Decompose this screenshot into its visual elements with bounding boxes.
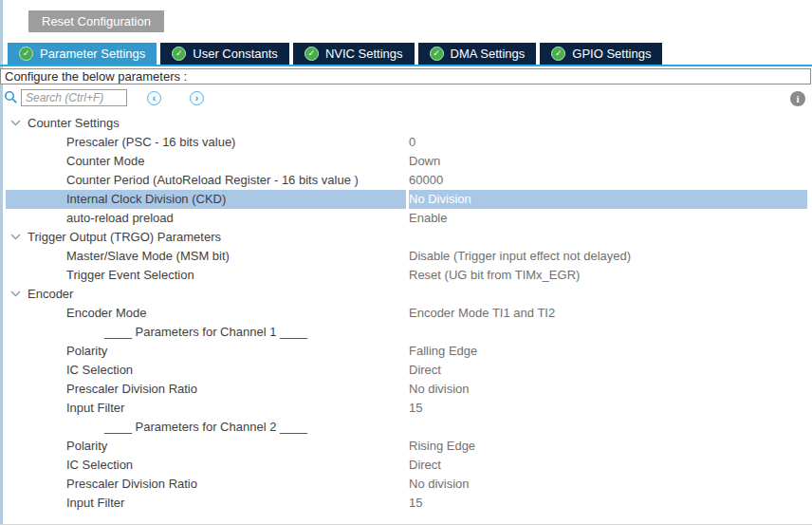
check-circle-icon: ✓ [430,47,444,61]
tree-param-row[interactable]: Input Filter15 [0,399,812,418]
tree-param-row[interactable]: Master/Slave Mode (MSM bit)Disable (Trig… [0,247,812,266]
tree-param-row[interactable]: IC SelectionDirect [0,456,812,475]
param-value[interactable]: No division [409,380,807,399]
chevron-down-icon [10,291,21,297]
tree-param-row[interactable]: Counter Period (AutoReload Register - 16… [0,171,812,190]
chevron-right-icon: › [195,91,198,105]
tree-param-row[interactable]: PolarityFalling Edge [0,342,812,361]
tab-label: DMA Settings [451,47,526,61]
tree-separator-row[interactable]: ____ Parameters for Channel 1 ____ [0,323,812,342]
param-value[interactable]: Down [409,152,807,171]
param-value[interactable]: Falling Edge [409,342,807,361]
param-value[interactable]: Reset (UG bit from TIMx_EGR) [409,266,807,285]
param-value[interactable]: 15 [409,399,807,418]
tree-param-row[interactable]: Counter ModeDown [0,152,812,171]
tab-label: NVIC Settings [325,47,403,61]
param-label-cell: Encoder Mode [6,304,406,323]
param-label: Encoder Mode [6,304,147,323]
tree-param-row[interactable]: Prescaler (PSC - 16 bits value)0 [0,133,812,152]
param-label: Input Filter [6,399,124,418]
instruction-text: Configure the below parameters : [5,69,187,84]
parameter-settings-panel: { "toolbar": { "reset_label": "Reset Con… [0,0,812,525]
param-label-cell: Trigger Output (TRGO) Parameters [6,228,406,247]
param-value[interactable]: 15 [409,494,807,513]
param-label-cell: Trigger Event Selection [6,266,406,285]
param-value[interactable]: Direct [409,361,807,380]
param-label: Polarity [6,437,107,456]
param-value[interactable]: Enable [409,209,807,228]
param-label-cell: Polarity [6,437,406,456]
search-next-button[interactable]: › [190,91,204,105]
chevron-down-icon [10,234,21,240]
param-label: Prescaler (PSC - 16 bits value) [6,133,235,152]
tab-parameter-settings[interactable]: ✓Parameter Settings [8,43,157,65]
settings-tab-bar: ✓Parameter Settings✓User Constants✓NVIC … [8,43,662,65]
parameters-tree: Counter SettingsPrescaler (PSC - 16 bits… [0,114,812,513]
search-icon[interactable] [4,90,18,104]
channel-separator-label: ____ Parameters for Channel 1 ____ [6,323,307,342]
check-circle-icon: ✓ [19,47,33,61]
param-value[interactable]: 60000 [409,171,807,190]
param-label: IC Selection [6,456,133,475]
param-value[interactable]: Disable (Trigger input effect not delaye… [409,247,807,266]
search-previous-button[interactable]: ‹ [147,91,161,105]
tab-nvic-settings[interactable]: ✓NVIC Settings [293,43,415,65]
param-label: auto-reload preload [6,209,174,228]
tab-gpio-settings[interactable]: ✓GPIO Settings [540,43,662,65]
tree-param-row[interactable]: Input Filter15 [0,494,812,513]
check-circle-icon: ✓ [551,47,565,61]
tree-param-row[interactable]: Trigger Event SelectionReset (UG bit fro… [0,266,812,285]
chevron-down-icon [10,120,21,126]
tree-section-row[interactable]: Trigger Output (TRGO) Parameters [0,228,812,247]
param-label-cell: auto-reload preload [6,209,406,228]
tree-separator-row[interactable]: ____ Parameters for Channel 2 ____ [0,418,812,437]
param-value[interactable]: No division [409,475,807,494]
param-label-cell: Prescaler (PSC - 16 bits value) [6,133,406,152]
param-value[interactable]: No Division [409,190,807,209]
search-input[interactable] [21,89,127,106]
tree-section-row[interactable]: Encoder [0,285,812,304]
tree-param-row[interactable]: Encoder ModeEncoder Mode TI1 and TI2 [0,304,812,323]
param-label: Counter Mode [6,152,144,171]
param-label-cell: ____ Parameters for Channel 1 ____ [6,323,406,342]
tab-underline [0,65,812,66]
tree-param-row[interactable]: Internal Clock Division (CKD)No Division [0,190,812,209]
tree-param-row[interactable]: IC SelectionDirect [0,361,812,380]
chevron-left-icon: ‹ [153,91,156,105]
tab-user-constants[interactable]: ✓User Constants [160,43,289,65]
tree-section-row[interactable]: Counter Settings [0,114,812,133]
param-label-cell: Input Filter [6,494,406,513]
param-label: Internal Clock Division (CKD) [6,190,226,209]
tree-param-row[interactable]: PolarityRising Edge [0,437,812,456]
param-label-cell: Prescaler Division Ratio [6,475,406,494]
param-label-cell: ____ Parameters for Channel 2 ____ [6,418,406,437]
check-circle-icon: ✓ [172,47,186,61]
param-label-cell: Polarity [6,342,406,361]
param-label: Input Filter [6,494,124,513]
param-value[interactable]: Rising Edge [409,437,807,456]
tab-label: User Constants [193,47,278,61]
param-value[interactable]: Encoder Mode TI1 and TI2 [409,304,807,323]
param-value[interactable]: Direct [409,456,807,475]
param-label-cell: Master/Slave Mode (MSM bit) [6,247,406,266]
tree-param-row[interactable]: auto-reload preloadEnable [0,209,812,228]
info-icon[interactable]: i [790,91,805,106]
instruction-box: Configure the below parameters : [0,68,811,84]
param-label-cell: Counter Period (AutoReload Register - 16… [6,171,406,190]
tab-dma-settings[interactable]: ✓DMA Settings [418,43,537,65]
param-label-cell: Prescaler Division Ratio [6,380,406,399]
param-label: Polarity [6,342,107,361]
param-value[interactable]: 0 [409,133,807,152]
param-label: IC Selection [6,361,133,380]
section-label: Counter Settings [28,116,120,130]
param-label: Master/Slave Mode (MSM bit) [6,247,230,266]
reset-configuration-button[interactable]: Reset Configuration [28,10,164,32]
param-label-cell: Input Filter [6,399,406,418]
tree-param-row[interactable]: Prescaler Division RatioNo division [0,475,812,494]
param-label-cell: IC Selection [6,361,406,380]
tree-param-row[interactable]: Prescaler Division RatioNo division [0,380,812,399]
section-label: Encoder [28,287,73,301]
channel-separator-label: ____ Parameters for Channel 2 ____ [6,418,307,437]
param-label: Trigger Event Selection [6,266,194,285]
param-label-cell: Encoder [6,285,406,304]
